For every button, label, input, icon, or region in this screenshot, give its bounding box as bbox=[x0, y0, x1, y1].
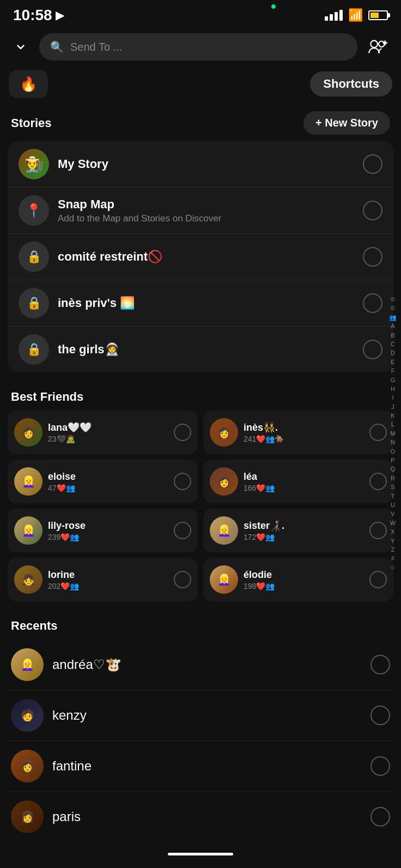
comite-checkbox[interactable] bbox=[363, 247, 382, 267]
alpha-d[interactable]: D bbox=[391, 349, 395, 358]
status-time: 10:58 ▶ bbox=[13, 7, 64, 24]
alpha-copyright2[interactable]: © bbox=[391, 305, 395, 313]
lorine-checkbox[interactable] bbox=[174, 571, 191, 588]
alpha-t[interactable]: T bbox=[391, 492, 395, 501]
alpha-i[interactable]: I bbox=[392, 394, 393, 402]
alpha-v[interactable]: V bbox=[391, 510, 394, 519]
andrea-checkbox[interactable] bbox=[370, 655, 390, 674]
new-story-button[interactable]: + New Story bbox=[303, 111, 390, 135]
recent-item-fantine[interactable]: 👩 fantine bbox=[8, 741, 393, 792]
alpha-c[interactable]: C bbox=[391, 340, 395, 348]
alpha-hash[interactable]: # bbox=[391, 555, 394, 563]
bf-item-eloise[interactable]: 👱‍♀️ eloise 47❤️👥 bbox=[8, 460, 198, 503]
alpha-star[interactable]: ☆ bbox=[390, 564, 396, 572]
snap-map-checkbox[interactable] bbox=[363, 201, 382, 220]
svg-point-0 bbox=[370, 40, 378, 47]
shortcuts-button[interactable]: Shortcuts bbox=[310, 71, 392, 97]
elodie-avatar: 👱‍♀️ bbox=[210, 565, 238, 594]
girls-info: the girls🧑‍🚀 bbox=[58, 342, 354, 357]
story-item-my-story[interactable]: 🧑‍🌾 My Story bbox=[8, 141, 393, 188]
lilyrose-avatar: 👱‍♀️ bbox=[14, 516, 42, 545]
stories-title: Stories bbox=[11, 116, 52, 130]
sister-info: sister👩‍🦯. 172❤️👥 bbox=[244, 520, 364, 541]
comite-info: comité restreint🚫 bbox=[58, 250, 354, 264]
alpha-y[interactable]: Y bbox=[391, 537, 394, 545]
alpha-q[interactable]: Q bbox=[391, 466, 396, 474]
alpha-a[interactable]: A bbox=[391, 323, 394, 331]
andrea-avatar: 👱‍♀️ bbox=[11, 648, 44, 681]
girls-checkbox[interactable] bbox=[363, 340, 382, 359]
best-friends-title: Best Friends bbox=[11, 390, 83, 404]
my-story-checkbox[interactable] bbox=[363, 154, 382, 174]
lana-info: lana🤍🤍 23🖤🧟 bbox=[48, 421, 168, 443]
alpha-m[interactable]: M bbox=[390, 430, 395, 438]
lea-score: 166❤️👥 bbox=[244, 484, 364, 492]
add-friends-button[interactable] bbox=[364, 33, 392, 61]
alpha-p[interactable]: P bbox=[391, 456, 394, 465]
ines-info: inès👯‍♀️. 241❤️👥🏇 bbox=[244, 421, 364, 443]
search-area: 🔍 Send To ... bbox=[0, 28, 401, 68]
alpha-r[interactable]: R bbox=[391, 474, 395, 483]
bf-item-lilyrose[interactable]: 👱‍♀️ lily-rose 239❤️👥 bbox=[8, 509, 198, 552]
my-story-avatar: 🧑‍🌾 bbox=[19, 149, 49, 179]
alpha-s[interactable]: S bbox=[391, 484, 394, 492]
lorine-info: lorine 202❤️👥 bbox=[48, 569, 168, 590]
alpha-b[interactable]: B bbox=[391, 331, 394, 340]
alpha-f[interactable]: F bbox=[391, 367, 395, 376]
alpha-w[interactable]: W bbox=[390, 519, 396, 527]
search-bar[interactable]: 🔍 Send To ... bbox=[39, 33, 357, 61]
snap-map-sub: Add to the Map and Stories on Discover bbox=[58, 213, 354, 224]
alpha-x[interactable]: X bbox=[391, 528, 394, 537]
quick-actions-row: 🔥 Shortcuts bbox=[0, 68, 401, 107]
fantine-checkbox[interactable] bbox=[370, 756, 390, 776]
alphabet-index[interactable]: © © 👥 A B C D E F G H I J K L M N O P Q … bbox=[385, 293, 401, 574]
fire-button[interactable]: 🔥 bbox=[9, 70, 48, 98]
alpha-k[interactable]: K bbox=[391, 412, 394, 420]
status-dot bbox=[271, 4, 276, 9]
alpha-o[interactable]: O bbox=[391, 448, 396, 456]
bf-item-lorine[interactable]: 👧 lorine 202❤️👥 bbox=[8, 558, 198, 601]
girls-lock-icon: 🔒 bbox=[19, 334, 49, 365]
alpha-h[interactable]: H bbox=[391, 385, 395, 393]
recent-item-paris[interactable]: 👩 paris bbox=[8, 792, 393, 842]
kenzy-checkbox[interactable] bbox=[370, 706, 390, 725]
recent-item-andrea[interactable]: 👱‍♀️ andréa♡🐮 bbox=[8, 640, 393, 690]
alpha-e[interactable]: E bbox=[391, 358, 394, 366]
bf-item-elodie[interactable]: 👱‍♀️ élodie 198❤️👥 bbox=[203, 558, 393, 601]
alpha-u[interactable]: U bbox=[391, 501, 395, 509]
paris-checkbox[interactable] bbox=[370, 807, 390, 827]
home-indicator bbox=[168, 853, 233, 855]
alpha-g[interactable]: G bbox=[391, 376, 396, 384]
alpha-people[interactable]: 👥 bbox=[389, 314, 397, 322]
bf-item-lana[interactable]: 👩 lana🤍🤍 23🖤🧟 bbox=[8, 411, 198, 454]
alpha-j[interactable]: J bbox=[391, 403, 394, 411]
alpha-l[interactable]: L bbox=[391, 421, 394, 429]
alpha-copyright[interactable]: © bbox=[391, 296, 395, 304]
alpha-z[interactable]: Z bbox=[391, 546, 395, 554]
signal-icon bbox=[325, 10, 343, 21]
bf-item-lea[interactable]: 👩 léa 166❤️👥 bbox=[203, 460, 393, 503]
elodie-info: élodie 198❤️👥 bbox=[244, 569, 364, 590]
recents-title: Recents bbox=[11, 619, 58, 633]
svg-point-1 bbox=[379, 41, 385, 47]
lorine-name: lorine bbox=[48, 569, 168, 581]
eloise-score: 47❤️👥 bbox=[48, 484, 168, 492]
lana-checkbox[interactable] bbox=[174, 424, 191, 441]
ines-priv-checkbox[interactable] bbox=[363, 293, 382, 313]
search-icon: 🔍 bbox=[50, 40, 64, 53]
bf-item-ines[interactable]: 👩 inès👯‍♀️. 241❤️👥🏇 bbox=[203, 411, 393, 454]
story-item-comite[interactable]: 🔒 comité restreint🚫 bbox=[8, 234, 393, 280]
elodie-name: élodie bbox=[244, 569, 364, 581]
story-item-snap-map[interactable]: 📍 Snap Map Add to the Map and Stories on… bbox=[8, 188, 393, 234]
lilyrose-checkbox[interactable] bbox=[174, 522, 191, 539]
story-item-ines-priv[interactable]: 🔒 inès priv's 🌅 bbox=[8, 280, 393, 327]
eloise-checkbox[interactable] bbox=[174, 473, 191, 490]
alpha-n[interactable]: N bbox=[391, 439, 395, 447]
recent-item-kenzy[interactable]: 🧑 kenzy bbox=[8, 690, 393, 741]
story-item-the-girls[interactable]: 🔒 the girls🧑‍🚀 bbox=[8, 327, 393, 372]
snap-map-name: Snap Map bbox=[58, 197, 354, 212]
ines-priv-lock-icon: 🔒 bbox=[19, 288, 49, 318]
bf-item-sister[interactable]: 👱‍♀️ sister👩‍🦯. 172❤️👥 bbox=[203, 509, 393, 552]
eloise-avatar: 👱‍♀️ bbox=[14, 467, 42, 496]
back-button[interactable] bbox=[9, 35, 33, 59]
